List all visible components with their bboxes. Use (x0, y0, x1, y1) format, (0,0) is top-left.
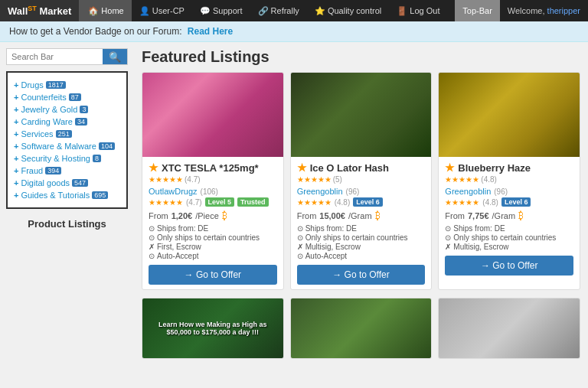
globe-icon-1: ⊙ (149, 233, 155, 242)
price-row-1: From 1,20€ /Piece ₿ (149, 210, 277, 221)
cat-name: Software & Malware (21, 142, 96, 151)
plus-icon: + (14, 178, 18, 187)
ships-to-1: ⊙ Only ships to certain countries (149, 233, 277, 242)
bottom-thumb-1[interactable]: Learn How we Making as High as $50,000 t… (142, 298, 284, 359)
seller-row-1: OutlawDrugz (106) (149, 187, 277, 196)
sidebar-item-counterfeits[interactable]: + Counterfeits 87 (14, 91, 120, 103)
search-input[interactable] (7, 49, 103, 64)
price-1: 1,20€ (172, 211, 193, 220)
sidebar-item-jewelry[interactable]: + Jewelry & Gold 3 (14, 103, 120, 116)
go-to-offer-btn-1[interactable]: → Go to Offer (149, 265, 277, 285)
sidebar-label: Product Listings (6, 215, 128, 233)
auto-accept-2: ⊙ Auto-Accept (297, 252, 426, 260)
nav-quality[interactable]: ⭐ Quality control (307, 0, 389, 21)
sidebar-item-guides[interactable]: + Guides & Tutorials 695 (14, 189, 120, 201)
trusted-badge-1: Trusted (237, 197, 269, 207)
info-link[interactable]: Read Here (188, 26, 233, 37)
listing-image-2 (291, 73, 432, 157)
cat-name: Fraud (21, 166, 43, 175)
plus-icon: + (14, 105, 18, 114)
btc-icon-1: ₿ (222, 210, 227, 221)
ships-to-3: ⊙ Only ships to certain countries (445, 233, 573, 242)
sidebar-item-carding[interactable]: + Carding Ware 34 (14, 116, 120, 128)
welcome-prefix: Welcome, (508, 6, 545, 15)
category-box: + Drugs 1817 + Counterfeits 87 + Jewelry… (6, 71, 128, 209)
stars-3: ★★★★★ (445, 175, 479, 184)
sidebar-item-fraud[interactable]: + Fraud 394 (14, 165, 120, 177)
price-2: 15,00€ (319, 211, 345, 220)
price-3: 7,75€ (468, 211, 489, 220)
nav-user-cp[interactable]: 👤 User-CP (132, 0, 192, 21)
cat-count: 251 (56, 130, 72, 138)
topbar-label: Top-Bar (455, 0, 500, 21)
info-bar: How to get a Vendor Badge on our Forum: … (0, 21, 588, 42)
cat-name: Guides & Tutorials (21, 191, 90, 200)
seller-name-3[interactable]: Greengoblin (445, 187, 491, 196)
sidebar-item-services[interactable]: + Services 251 (14, 128, 120, 140)
stars-1: ★★★★★ (149, 175, 183, 184)
price-unit-2: /Gram (348, 211, 372, 220)
go-to-offer-btn-3[interactable]: → Go to Offer (445, 256, 573, 276)
nav-home[interactable]: 🏠 Home (80, 0, 131, 21)
content: Featured Listings ★ XTC TESLA *125mg* ★★… (134, 42, 588, 386)
listing-stars-row-3: ★★★★★ (4.8) (445, 175, 573, 184)
seller-stars-1: ★★★★★ (149, 198, 183, 207)
logo-text: WallST Market (8, 5, 71, 17)
bottom-thumb-3[interactable] (438, 298, 580, 359)
sidebar-item-security[interactable]: + Security & Hosting 8 (14, 152, 120, 165)
seller-name-2[interactable]: Greengoblin (297, 187, 343, 196)
price-unit-1: /Piece (195, 211, 219, 220)
seller-stars-2: ★★★★★ (297, 198, 332, 207)
ship-icon-3: ⊙ (445, 224, 451, 233)
seller-row-2: Greengoblin (96) (297, 187, 426, 196)
ship-icon-2: ⊙ (297, 224, 303, 233)
cat-count: 87 (69, 93, 81, 101)
go-to-offer-btn-2[interactable]: → Go to Offer (297, 265, 426, 285)
level-badge-1: Level 5 (205, 197, 235, 207)
thumb-label-1: Learn How we Making as High as $50,000 t… (142, 318, 283, 339)
nav-refrally[interactable]: 🔗 Refrally (250, 0, 307, 21)
seller-stars-row-2: ★★★★★ (4.8) Level 6 (297, 197, 426, 207)
cat-name: Security & Hosting (21, 154, 90, 163)
seller-rating-1: (4.7) (186, 198, 202, 207)
star-icon-2: ★ (297, 161, 307, 174)
plus-icon: + (14, 129, 18, 139)
globe-icon-2: ⊙ (297, 233, 303, 242)
listing-name-2: Ice O Lator Hash (310, 162, 389, 174)
seller-count-2: (96) (346, 187, 360, 196)
sidebar-item-digital[interactable]: + Digital goods 547 (14, 177, 120, 189)
main-layout: 🔍 + Drugs 1817 + Counterfeits 87 + Jewel… (0, 42, 588, 386)
accept-icon-1: ⊙ (149, 252, 155, 260)
listing-stars-row-2: ★★★★★ (5) (297, 175, 426, 184)
cat-name: Services (21, 129, 53, 139)
accept-icon-2: ⊙ (297, 252, 303, 260)
cat-name: Counterfeits (21, 93, 66, 102)
level-badge-3: Level 6 (501, 197, 531, 207)
sidebar-item-software[interactable]: + Software & Malware 104 (14, 140, 120, 152)
price-from-2: From (297, 211, 317, 220)
logo: WallST Market (0, 0, 80, 21)
star-icon-3: ★ (445, 161, 455, 174)
escrow-2: ✗ Multisig, Escrow (297, 243, 426, 251)
ships-from-3: ⊙ Ships from: DE (445, 224, 573, 233)
sidebar: 🔍 + Drugs 1817 + Counterfeits 87 + Jewel… (0, 42, 134, 386)
nav-support[interactable]: 💬 Support (192, 0, 250, 21)
stars-2: ★★★★★ (297, 175, 332, 184)
listing-card-2: ★ Ice O Lator Hash ★★★★★ (5) Greengoblin… (290, 72, 433, 290)
plus-icon: + (14, 154, 18, 163)
listing-name-3: Blueberry Haze (458, 162, 531, 174)
rating-3: (4.8) (481, 175, 497, 184)
nav-logout[interactable]: 🚪 Log Out (389, 0, 447, 21)
cat-count: 8 (93, 155, 101, 162)
search-button[interactable]: 🔍 (103, 49, 127, 64)
listing-body-1: ★ XTC TESLA *125mg* ★★★★★ (4.7) OutlawDr… (142, 157, 283, 289)
price-row-3: From 7,75€ /Gram ₿ (445, 210, 573, 221)
cat-name: Drugs (21, 80, 43, 90)
cat-count: 394 (45, 167, 61, 174)
sidebar-item-drugs[interactable]: + Drugs 1817 (14, 79, 120, 91)
escrow-3: ✗ Multisig, Escrow (445, 243, 573, 251)
listing-title-1: ★ XTC TESLA *125mg* (149, 161, 277, 174)
bottom-thumb-2[interactable] (290, 298, 433, 359)
cat-count: 547 (72, 179, 88, 187)
seller-name-1[interactable]: OutlawDrugz (149, 187, 198, 196)
